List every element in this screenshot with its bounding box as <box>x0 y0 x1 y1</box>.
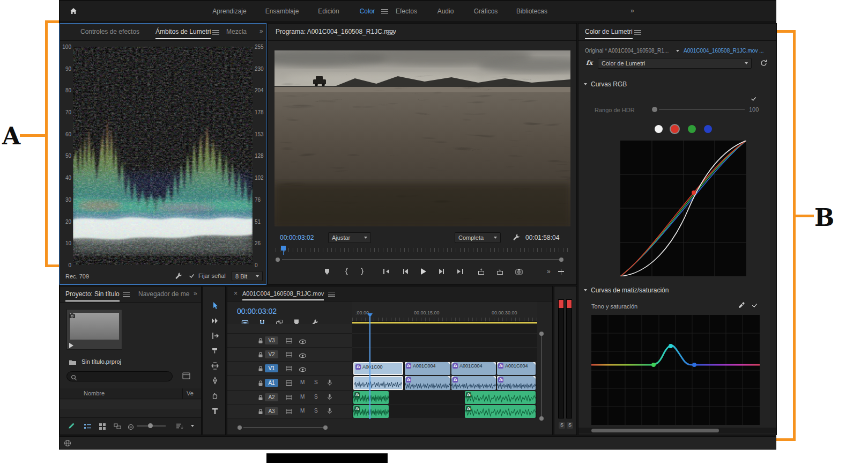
track-v2[interactable] <box>352 348 537 362</box>
track-header-a3[interactable]: A3 M S <box>227 405 352 418</box>
list-view-icon[interactable] <box>84 422 92 432</box>
lumetri-master-label[interactable]: Original * A001C004_160508_R1... <box>585 48 669 54</box>
export-frame-camera-icon[interactable] <box>515 265 523 278</box>
lift-icon[interactable] <box>478 265 485 278</box>
hdr-range-slider-track[interactable] <box>659 109 745 110</box>
program-scrollbar[interactable] <box>282 259 559 260</box>
extract-icon[interactable] <box>496 265 503 278</box>
eyedropper-icon[interactable] <box>738 302 745 311</box>
source-track-icon[interactable] <box>285 337 293 347</box>
track-badge-a3[interactable]: A3 <box>265 407 278 415</box>
program-title[interactable]: Programa: A001C004_160508_R1JC.mov <box>276 28 396 35</box>
workspace-tab-color[interactable]: Color <box>360 8 375 15</box>
mark-in-icon[interactable] <box>344 265 348 278</box>
add-marker-icon[interactable] <box>324 265 330 278</box>
zoom-out-icon[interactable] <box>128 423 134 432</box>
timeline-playhead-line[interactable] <box>369 317 370 419</box>
audio-clip[interactable]: fx <box>405 376 450 390</box>
track-header-a1[interactable]: A1 M S <box>227 376 352 391</box>
solo-button[interactable]: S <box>314 408 318 414</box>
playback-quality-dropdown[interactable]: Completa <box>455 232 501 243</box>
go-to-in-icon[interactable] <box>383 265 390 278</box>
hdr-range-slider-knob[interactable] <box>652 107 657 112</box>
pen-tool-icon[interactable] <box>207 374 222 387</box>
hue-saturation-curve-graph[interactable] <box>591 315 760 425</box>
workspace-tab-bibliotecas[interactable]: Bibliotecas <box>516 8 547 15</box>
master-clip-chevron-icon[interactable] <box>676 50 679 52</box>
audio-clip[interactable]: fx <box>451 376 496 390</box>
mute-button[interactable]: M <box>300 379 305 385</box>
column-header-video[interactable]: Ve <box>187 390 194 396</box>
section-hue-sat-curves[interactable]: Curvas de matiz/saturación <box>584 286 669 294</box>
track-badge-v1[interactable]: V1 <box>265 364 278 372</box>
workspace-menu-icon[interactable] <box>381 9 388 14</box>
voiceover-mic-icon[interactable] <box>326 393 333 403</box>
lock-icon[interactable] <box>257 365 264 374</box>
tab-audio-mixer[interactable]: Mezcla <box>226 28 247 35</box>
ripple-edit-tool-icon[interactable] <box>207 329 222 342</box>
search-bin-icon[interactable] <box>182 372 191 382</box>
solo-button[interactable]: S <box>314 379 318 385</box>
program-panel-menu-icon[interactable] <box>387 30 394 35</box>
source-track-icon[interactable] <box>285 365 293 374</box>
tab-project[interactable]: Proyecto: Sin título <box>65 290 120 302</box>
timeline-close-icon[interactable]: × <box>234 290 238 297</box>
home-icon[interactable] <box>69 7 78 18</box>
tab-lumetri-scopes[interactable]: Ámbitos de Lumetri <box>155 28 211 39</box>
play-button-icon[interactable] <box>420 265 427 278</box>
lock-icon[interactable] <box>257 379 264 389</box>
step-back-icon[interactable] <box>402 265 409 278</box>
program-time-ruler[interactable] <box>276 248 570 252</box>
timeline-timecode[interactable]: 00:00:03:02 <box>237 307 277 315</box>
project-preview-thumbnail[interactable] <box>66 309 122 350</box>
sort-icon[interactable] <box>176 422 183 432</box>
audio-clip-green[interactable]: fx <box>465 405 536 418</box>
program-playhead[interactable] <box>281 246 286 251</box>
workspace-tab-ensamblaje[interactable]: Ensamblaje <box>265 8 299 15</box>
track-header-v3[interactable]: V3 <box>227 334 352 348</box>
workspace-tab-efectos[interactable]: Efectos <box>396 8 417 15</box>
program-scrollbar-left-handle[interactable] <box>276 258 280 262</box>
workspace-tab-audio[interactable]: Audio <box>437 8 454 15</box>
lumetri-clip-link[interactable]: A001C004_160508_R1JC.mov ... <box>684 48 764 54</box>
source-track-icon[interactable] <box>285 394 293 403</box>
program-scrollbar-right-handle[interactable] <box>559 258 563 262</box>
toggle-track-output-eye-icon[interactable] <box>299 365 307 375</box>
fit-mode-dropdown[interactable]: Ajustar <box>328 232 371 243</box>
column-divider[interactable] <box>182 388 183 399</box>
track-badge-a1[interactable]: A1 <box>265 379 278 387</box>
hand-tool-icon[interactable] <box>207 389 222 402</box>
thumbnail-zoom-slider-knob[interactable] <box>148 423 153 428</box>
rgb-curves-graph[interactable] <box>620 141 746 276</box>
track-badge-v3[interactable]: V3 <box>265 336 278 344</box>
toggle-track-output-eye-icon[interactable] <box>299 351 307 361</box>
tab-effect-controls[interactable]: Controles de efectos <box>80 28 139 35</box>
go-to-out-icon[interactable] <box>456 265 464 278</box>
lumetri-title[interactable]: Color de Lumetri <box>585 28 633 39</box>
voiceover-mic-icon[interactable] <box>326 379 333 389</box>
source-track-icon[interactable] <box>285 379 293 389</box>
razor-tool-icon[interactable] <box>207 344 222 357</box>
timeline-vscroll-bottom-handle[interactable] <box>539 416 544 421</box>
mark-out-icon[interactable] <box>360 265 365 278</box>
lock-icon[interactable] <box>257 394 264 403</box>
audio-clip[interactable]: fx <box>497 376 536 390</box>
transport-overflow-button[interactable]: » <box>547 265 551 278</box>
lumetri-scrollbar-thumb[interactable] <box>591 429 719 432</box>
scope-settings-wrench-icon[interactable] <box>175 272 182 282</box>
source-track-icon[interactable] <box>285 408 293 417</box>
project-file-name[interactable]: Sin título.prproj <box>81 358 121 365</box>
track-badge-v2[interactable]: V2 <box>265 350 278 358</box>
workspace-tab-graficos[interactable]: Gráficos <box>474 8 498 15</box>
add-button-plus-icon[interactable] <box>558 265 564 278</box>
track-v3[interactable] <box>352 334 537 348</box>
toggle-track-output-eye-icon[interactable] <box>299 337 307 347</box>
video-clip-selected[interactable]: fx A001C00 <box>353 362 403 375</box>
bit-depth-dropdown[interactable]: 8 Bit <box>232 271 263 281</box>
curve-channel-blue-button[interactable] <box>704 125 712 133</box>
section-rgb-curves[interactable]: Curvas RGB <box>584 80 627 88</box>
scopes-panel-menu-icon[interactable] <box>212 30 219 35</box>
effect-name-dropdown[interactable]: Color de Lumetri <box>598 58 752 69</box>
icon-view-icon[interactable] <box>99 422 106 432</box>
timeline-vscroll-top-handle[interactable] <box>539 332 544 336</box>
